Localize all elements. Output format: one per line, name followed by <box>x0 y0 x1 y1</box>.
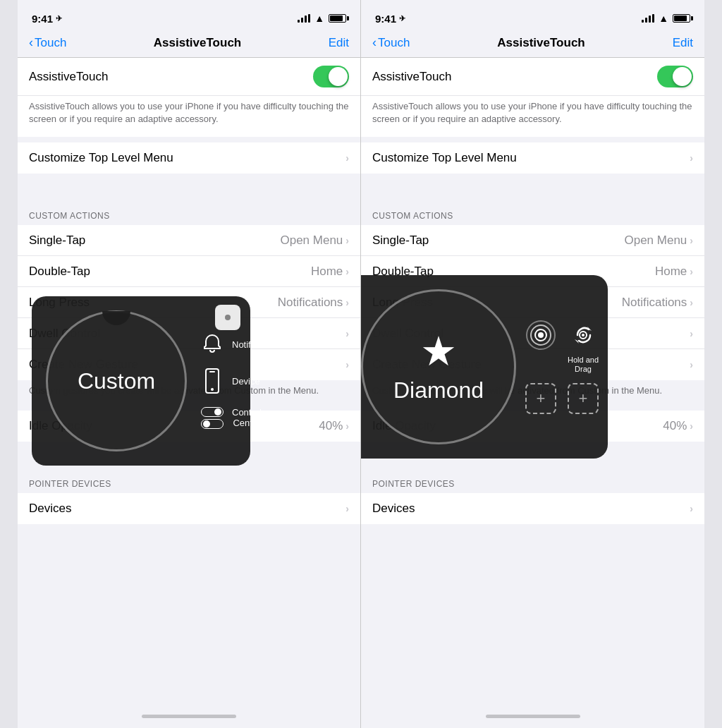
at-toggle-section-right: AssistiveTouch AssistiveTouch allows you… <box>361 58 704 137</box>
content-left: AssistiveTouch AssistiveTouch allows you… <box>18 58 360 704</box>
nav-title-left: AssistiveTouch <box>154 36 241 50</box>
at-toggle-left[interactable] <box>313 66 349 87</box>
spacer2-left <box>18 174 360 198</box>
dwell-chevron-right: › <box>690 328 693 339</box>
toggle-knob-left <box>329 67 348 86</box>
dwell-item-right[interactable]: Dwell Control › <box>361 318 704 349</box>
wifi-icon-left: ▲ <box>314 13 324 24</box>
create-gesture-label-left: Create New Gesture <box>29 358 138 372</box>
create-gesture-item-right[interactable]: Create New Gesture › <box>361 349 704 380</box>
dwell-chevron-left: › <box>345 328 349 339</box>
single-tap-label-right: Single-Tap <box>372 233 429 248</box>
long-press-item-left[interactable]: Long Press Notifications › <box>18 287 360 318</box>
custom-actions-header-left: CUSTOM ACTIONS <box>18 198 360 225</box>
status-time-left: 9:41 ✈ <box>32 13 62 25</box>
pointer-devices-header-left: POINTER DEVICES <box>18 466 360 493</box>
idle-opacity-item-left[interactable]: Idle Opacity 40% › <box>18 411 360 442</box>
long-press-value-right: Notifications › <box>622 296 693 310</box>
single-tap-item-left[interactable]: Single-Tap Open Menu › <box>18 225 360 256</box>
home-indicator-right <box>361 704 704 728</box>
at-label-right: AssistiveTouch <box>372 70 451 84</box>
nav-bar-right: ‹ Touch AssistiveTouch Edit <box>361 31 704 57</box>
spacer4-right <box>361 442 704 466</box>
double-tap-value-left: Home › <box>311 265 349 279</box>
spacer4-left <box>18 442 360 466</box>
at-label-left: AssistiveTouch <box>29 70 108 84</box>
back-button-left[interactable]: ‹ Touch <box>29 35 66 50</box>
dwell-label-right: Dwell Control <box>372 327 443 341</box>
long-press-value-left: Notifications › <box>278 296 349 310</box>
battery-icon-right <box>673 14 690 23</box>
devices-label-left: Devices <box>29 502 71 516</box>
home-bar-right <box>486 715 580 718</box>
dwell-item-left[interactable]: Dwell Control › <box>18 318 360 349</box>
long-press-label-right: Long Press <box>372 296 433 310</box>
devices-chevron-right: › <box>690 503 693 514</box>
location-arrow-right: ✈ <box>399 14 405 23</box>
long-press-item-right[interactable]: Long Press Notifications › <box>361 287 704 318</box>
nav-title-right: AssistiveTouch <box>497 36 585 50</box>
edit-button-left[interactable]: Edit <box>329 36 349 50</box>
create-gesture-label-right: Create New Gesture <box>372 358 482 372</box>
create-gesture-footer-right: Custom gestures you create will be activ… <box>361 380 704 404</box>
single-tap-value-left: Open Menu › <box>280 233 349 248</box>
customize-label-right: Customize Top Level Menu <box>372 151 517 165</box>
devices-label-right: Devices <box>372 502 415 516</box>
customize-menu-item-right[interactable]: Customize Top Level Menu › <box>361 142 704 174</box>
idle-opacity-value-left: 40% › <box>319 419 349 433</box>
custom-actions-section-left: Single-Tap Open Menu › Double-Tap Home ›… <box>18 225 360 380</box>
custom-actions-section-right: Single-Tap Open Menu › Double-Tap Home ›… <box>361 225 704 380</box>
pointer-devices-section-right: Devices › <box>361 493 704 524</box>
devices-chevron-left: › <box>345 503 349 514</box>
home-bar-left <box>142 715 236 718</box>
at-description-left: AssistiveTouch allows you to use your iP… <box>18 96 360 137</box>
spacer1-left <box>18 137 360 142</box>
status-time-right: 9:41 ✈ <box>375 13 405 25</box>
battery-icon-left <box>329 14 346 23</box>
create-gesture-item-left[interactable]: Create New Gesture › <box>18 349 360 380</box>
create-gesture-chevron-right: › <box>690 359 693 370</box>
nav-bar-left: ‹ Touch AssistiveTouch Edit <box>18 31 360 57</box>
devices-item-left[interactable]: Devices › <box>18 493 360 524</box>
toggle-knob-right <box>673 67 692 86</box>
double-tap-item-left[interactable]: Double-Tap Home › <box>18 256 360 287</box>
idle-opacity-value-right: 40% › <box>663 419 693 433</box>
customize-section-right: Customize Top Level Menu › <box>361 142 704 174</box>
at-toggle-right[interactable] <box>657 66 693 87</box>
idle-opacity-item-right[interactable]: Idle Opacity 40% › <box>361 411 704 442</box>
create-gesture-chevron-left: › <box>345 359 349 370</box>
spacer2-right <box>361 174 704 198</box>
phones-container: 9:41 ✈ ▲ ‹ Touch Ass <box>0 0 722 728</box>
signal-icon-right <box>642 14 654 23</box>
pointer-devices-header-right: POINTER DEVICES <box>361 466 704 493</box>
customize-section-left: Customize Top Level Menu › <box>18 142 360 174</box>
double-tap-label-left: Double-Tap <box>29 265 90 279</box>
devices-item-right[interactable]: Devices › <box>361 493 704 524</box>
phone-left: 9:41 ✈ ▲ ‹ Touch Ass <box>18 0 361 728</box>
back-label-right: Touch <box>378 36 410 50</box>
spacer1-right <box>361 137 704 142</box>
location-arrow-left: ✈ <box>56 14 62 23</box>
spacer3-right <box>361 405 704 411</box>
edit-button-right[interactable]: Edit <box>673 36 693 50</box>
phone-right: 9:41 ✈ ▲ ‹ Touch Ass <box>361 0 704 728</box>
single-tap-item-right[interactable]: Single-Tap Open Menu › <box>361 225 704 256</box>
at-toggle-row-left: AssistiveTouch <box>18 58 360 96</box>
at-toggle-row-right: AssistiveTouch <box>361 58 704 96</box>
idle-opacity-label-right: Idle Opacity <box>372 419 436 433</box>
signal-icon-left <box>298 14 310 23</box>
custom-actions-header-right: CUSTOM ACTIONS <box>361 198 704 225</box>
status-icons-left: ▲ <box>298 13 346 24</box>
back-chevron-left: ‹ <box>29 35 33 50</box>
customize-menu-item-left[interactable]: Customize Top Level Menu › <box>18 142 360 174</box>
back-button-right[interactable]: ‹ Touch <box>372 35 410 50</box>
back-label-left: Touch <box>35 36 66 50</box>
double-tap-item-right[interactable]: Double-Tap Home › <box>361 256 704 287</box>
dwell-label-left: Dwell Control <box>29 327 100 341</box>
long-press-label-left: Long Press <box>29 296 90 310</box>
customize-label-left: Customize Top Level Menu <box>29 151 173 165</box>
customize-chevron-left: › <box>345 152 349 164</box>
idle-opacity-section-right: Idle Opacity 40% › <box>361 411 704 442</box>
spacer3-left <box>18 405 360 411</box>
at-description-right: AssistiveTouch allows you to use your iP… <box>361 96 704 137</box>
